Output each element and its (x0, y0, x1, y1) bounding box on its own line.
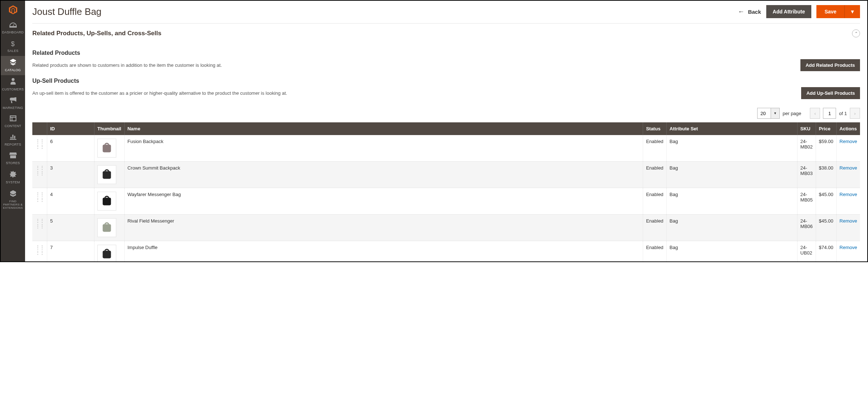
save-button[interactable]: Save (816, 5, 844, 18)
back-label: Back (748, 9, 761, 15)
pagination-row: ▼ per page ‹ of 1 › (32, 108, 860, 119)
remove-link[interactable]: Remove (840, 245, 857, 250)
nav-stores[interactable]: STORES (1, 150, 25, 168)
table-row: ⋮⋮⋮⋮ 3 Crown Summit Backpack Enabled Bag… (32, 162, 860, 188)
nav-label: SYSTEM (6, 181, 20, 184)
cell-attribute-set: Bag (666, 135, 797, 162)
next-page-button[interactable]: › (850, 108, 860, 119)
page-number-input[interactable] (823, 108, 836, 119)
cell-name: Fusion Backpack (124, 135, 643, 162)
content-icon (10, 115, 16, 123)
add-attribute-button[interactable]: Add Attribute (766, 5, 812, 18)
col-id[interactable]: ID (47, 122, 94, 135)
cell-id: 5 (47, 215, 94, 241)
cell-status: Enabled (643, 162, 667, 188)
related-desc: Related products are shown to customers … (32, 62, 222, 68)
nav-label: FIND PARTNERS & EXTENSIONS (1, 200, 24, 209)
svg-rect-4 (103, 251, 111, 259)
prev-page-button[interactable]: ‹ (810, 108, 820, 119)
svg-rect-3 (103, 224, 111, 232)
admin-sidebar: DASHBOARD $ SALES CATALOG CUSTOMERS MARK… (1, 1, 25, 261)
section-title: Related Products, Up-Sells, and Cross-Se… (32, 30, 161, 37)
cell-sku: 24-MB05 (797, 188, 816, 215)
remove-link[interactable]: Remove (840, 139, 857, 144)
header-actions: ← Back Add Attribute Save ▼ (738, 5, 860, 18)
nav-reports[interactable]: REPORTS (1, 131, 25, 150)
cell-price: $38.00 (816, 162, 836, 188)
product-thumbnail[interactable] (97, 192, 116, 211)
product-thumbnail[interactable] (97, 139, 116, 158)
cell-price: $74.00 (816, 241, 836, 262)
nav-label: SALES (7, 49, 19, 53)
cell-id: 3 (47, 162, 94, 188)
cell-id: 6 (47, 135, 94, 162)
col-name[interactable]: Name (124, 122, 643, 135)
catalog-icon (9, 59, 17, 67)
upsell-grid: ID Thumbnail Name Status Attribute Set S… (32, 122, 860, 261)
svg-rect-2 (103, 198, 111, 205)
remove-link[interactable]: Remove (840, 165, 857, 171)
partners-icon (10, 190, 16, 199)
per-page-select: ▼ (757, 108, 780, 119)
nav-customers[interactable]: CUSTOMERS (1, 75, 25, 94)
drag-handle-icon[interactable]: ⋮⋮⋮⋮ (35, 244, 44, 256)
magento-logo[interactable] (1, 1, 25, 19)
nav-label: CONTENT (5, 125, 21, 128)
back-button[interactable]: ← Back (738, 8, 761, 16)
cell-sku: 24-UB02 (797, 241, 816, 262)
col-handle (32, 122, 47, 135)
table-row: ⋮⋮⋮⋮ 5 Rival Field Messenger Enabled Bag… (32, 215, 860, 241)
page-title: Joust Duffle Bag (32, 6, 101, 17)
svg-rect-0 (103, 145, 111, 152)
add-related-products-button[interactable]: Add Related Products (800, 59, 860, 71)
cell-attribute-set: Bag (666, 215, 797, 241)
main-content: Joust Duffle Bag ← Back Add Attribute Sa… (25, 1, 867, 261)
per-page-input[interactable] (757, 108, 771, 119)
remove-link[interactable]: Remove (840, 218, 857, 224)
col-sku[interactable]: SKU (797, 122, 816, 135)
collapse-button[interactable]: ⌃ (852, 29, 860, 37)
nav-label: REPORTS (5, 143, 21, 147)
nav-dashboard[interactable]: DASHBOARD (1, 19, 25, 37)
col-status[interactable]: Status (643, 122, 667, 135)
related-products-block: Related Products Related products are sh… (32, 50, 860, 71)
cell-price: $45.00 (816, 188, 836, 215)
section-header: Related Products, Up-Sells, and Cross-Se… (25, 24, 867, 43)
cell-attribute-set: Bag (666, 162, 797, 188)
drag-handle-icon[interactable]: ⋮⋮⋮⋮ (35, 218, 44, 229)
remove-link[interactable]: Remove (840, 192, 857, 197)
dashboard-icon (9, 22, 17, 29)
chevron-left-icon: ‹ (814, 111, 816, 116)
nav-content[interactable]: CONTENT (1, 113, 25, 131)
drag-handle-icon[interactable]: ⋮⋮⋮⋮ (35, 191, 44, 203)
product-thumbnail[interactable] (97, 245, 116, 261)
cell-name: Impulse Duffle (124, 241, 643, 262)
upsell-desc: An up-sell item is offered to the custom… (32, 90, 287, 96)
svg-rect-1 (103, 171, 111, 179)
upsell-title: Up-Sell Products (32, 78, 860, 84)
col-attribute-set[interactable]: Attribute Set (666, 122, 797, 135)
drag-handle-icon[interactable]: ⋮⋮⋮⋮ (35, 138, 44, 150)
col-price[interactable]: Price (816, 122, 836, 135)
chevron-right-icon: › (854, 111, 856, 116)
table-row: ⋮⋮⋮⋮ 4 Wayfarer Messenger Bag Enabled Ba… (32, 188, 860, 215)
drag-handle-icon[interactable]: ⋮⋮⋮⋮ (35, 165, 44, 176)
per-page-dropdown[interactable]: ▼ (771, 108, 780, 119)
product-thumbnail[interactable] (97, 165, 116, 184)
nav-catalog[interactable]: CATALOG (1, 56, 25, 75)
add-upsell-products-button[interactable]: Add Up-Sell Products (801, 87, 860, 99)
nav-sales[interactable]: $ SALES (1, 37, 25, 56)
person-icon (11, 78, 16, 86)
cell-price: $59.00 (816, 135, 836, 162)
nav-partners[interactable]: FIND PARTNERS & EXTENSIONS (1, 187, 25, 212)
nav-system[interactable]: SYSTEM (1, 168, 25, 187)
gear-icon (10, 171, 16, 179)
page-header: Joust Duffle Bag ← Back Add Attribute Sa… (25, 1, 867, 23)
chevron-up-icon: ⌃ (855, 31, 858, 36)
save-dropdown-button[interactable]: ▼ (844, 5, 860, 18)
product-thumbnail[interactable] (97, 218, 116, 237)
nav-marketing[interactable]: MARKETING (1, 94, 25, 113)
dollar-icon: $ (11, 40, 15, 48)
cell-status: Enabled (643, 215, 667, 241)
nav-label: CUSTOMERS (2, 88, 24, 91)
